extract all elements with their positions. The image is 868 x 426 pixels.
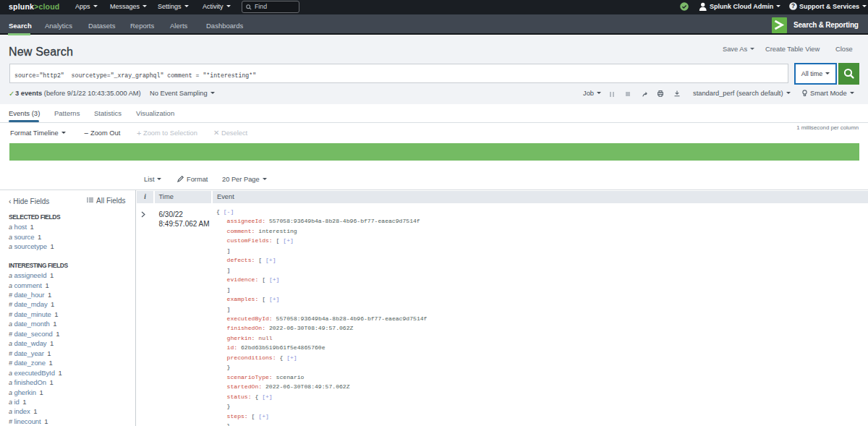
svg-text:?: ? bbox=[791, 3, 795, 9]
